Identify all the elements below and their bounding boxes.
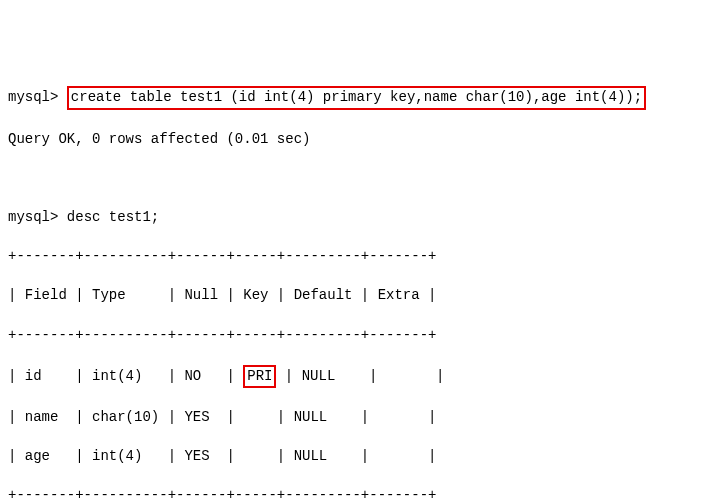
prompt: mysql> <box>8 209 58 225</box>
t1-sep-mid: +-------+----------+------+-----+-------… <box>8 326 719 346</box>
cmd-line-1: mysql> create table test1 (id int(4) pri… <box>8 86 719 110</box>
t1-row-id: | id | int(4) | NO | PRI | NULL | | <box>8 365 719 389</box>
blank-1 <box>8 169 719 189</box>
cmd-create-test1: create table test1 (id int(4) primary ke… <box>71 89 642 105</box>
t1-row-id-post: | NULL | | <box>276 368 444 384</box>
cmd-desc-test1: desc test1; <box>67 209 159 225</box>
t1-sep-top: +-------+----------+------+-----+-------… <box>8 247 719 267</box>
highlight-pri-1: PRI <box>243 365 276 389</box>
t1-row-id-pre: | id | int(4) | NO | <box>8 368 243 384</box>
cmd-line-2: mysql> desc test1; <box>8 208 719 228</box>
prompt: mysql> <box>8 89 58 105</box>
t1-row-name: | name | char(10) | YES | | NULL | | <box>8 408 719 428</box>
t1-row-id-key: PRI <box>247 368 272 384</box>
highlight-create-test1: create table test1 (id int(4) primary ke… <box>67 86 646 110</box>
t1-row-age: | age | int(4) | YES | | NULL | | <box>8 447 719 467</box>
query-ok-1: Query OK, 0 rows affected (0.01 sec) <box>8 130 719 150</box>
t1-header: | Field | Type | Null | Key | Default | … <box>8 286 719 306</box>
t1-sep-bot: +-------+----------+------+-----+-------… <box>8 486 719 500</box>
